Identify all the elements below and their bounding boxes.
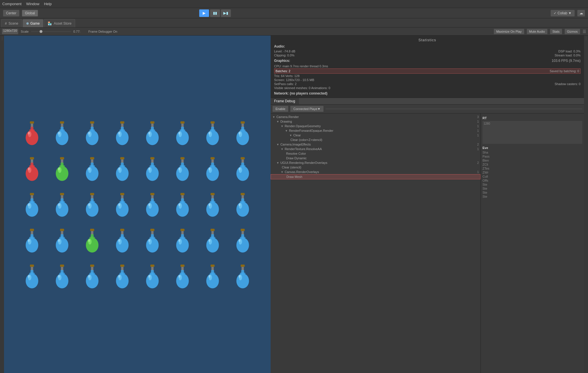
scale-thumb[interactable] xyxy=(40,30,42,33)
menu-component[interactable]: Component xyxy=(2,2,22,6)
prop-label-6: Cull xyxy=(482,175,488,178)
svg-rect-62 xyxy=(31,162,34,166)
prop-row-11: Ste xyxy=(482,195,582,198)
tree-item-4[interactable]: ▼Clear1 xyxy=(271,133,480,138)
svg-point-18 xyxy=(88,131,90,134)
svg-point-72 xyxy=(86,166,99,181)
bottle-4-3 xyxy=(109,260,136,292)
bottle-2-6 xyxy=(199,188,226,221)
step-button[interactable]: ▶▮ xyxy=(221,9,231,17)
global-button[interactable]: Global xyxy=(22,10,38,17)
svg-rect-78 xyxy=(121,159,124,163)
cpu-row: CPU: main 9.7ms render thread 0.3ms xyxy=(274,64,581,68)
svg-point-249 xyxy=(118,275,120,278)
stats-button[interactable]: Stats xyxy=(550,29,562,34)
tree-item-5[interactable]: Clear (color+Z+stencil) xyxy=(271,138,480,142)
cloud-button[interactable]: ☁ xyxy=(577,10,585,17)
svg-point-268 xyxy=(206,273,219,288)
tab-asset-store[interactable]: 🏪 Asset Store xyxy=(44,19,75,27)
bottle-3-1 xyxy=(48,224,76,257)
tab-game[interactable]: Game xyxy=(23,19,44,27)
svg-rect-147 xyxy=(181,193,185,195)
svg-point-79 xyxy=(116,166,129,181)
svg-rect-106 xyxy=(242,159,244,163)
svg-point-247 xyxy=(116,273,129,288)
graphics-row: Graphics: 103.6 FPS (9.7ms) xyxy=(274,59,581,64)
scale-track[interactable] xyxy=(31,31,71,32)
tree-item-9[interactable]: Draw Dynamic xyxy=(271,156,480,160)
frame-debug-tab[interactable]: Frame Debug xyxy=(271,98,299,104)
bottle-2-0 xyxy=(18,188,46,221)
tree-item-10[interactable]: ▼UGUI.Rendering.RenderOverlays2 xyxy=(271,160,480,165)
svg-rect-112 xyxy=(30,193,34,195)
bottle-0-7 xyxy=(229,116,256,149)
tab-scene[interactable]: # Scene xyxy=(1,19,22,27)
bottle-2-3 xyxy=(109,188,136,221)
left-edge-handle[interactable]: ··· xyxy=(0,36,4,42)
collab-button[interactable]: ✓ Collab ▼ xyxy=(550,10,575,17)
enable-button[interactable]: Enable xyxy=(272,106,288,112)
mute-audio-button[interactable]: Mute Audio xyxy=(527,29,548,34)
pause-button[interactable]: ▮▮ xyxy=(210,9,220,17)
tree-item-2[interactable]: ▼Render.OpaqueGeometry1 xyxy=(271,124,480,128)
svg-point-60 xyxy=(28,167,30,170)
svg-rect-104 xyxy=(211,162,214,166)
svg-point-186 xyxy=(88,239,90,242)
tree-item-8[interactable]: Resolve Color xyxy=(271,151,480,156)
svg-point-142 xyxy=(146,202,159,217)
visible-skinned-row: Visible skinned meshes: 0 Animations: 0 xyxy=(274,86,581,90)
gizmos-button[interactable]: Gizmos xyxy=(564,29,580,34)
tree-item-11[interactable]: Clear (stencil) xyxy=(271,165,480,170)
bottle-0-6 xyxy=(199,116,226,149)
screen-info: Screen: 1280x720 - 10.5 MB xyxy=(274,78,314,82)
bottle-3-3 xyxy=(109,224,136,257)
statistics-title: Statistics xyxy=(274,38,581,42)
connected-player-button[interactable]: Connected Playe▼ xyxy=(290,106,324,112)
svg-point-88 xyxy=(149,167,150,170)
menu-help[interactable]: Help xyxy=(44,2,52,6)
svg-rect-70 xyxy=(90,157,94,159)
bottle-4-4 xyxy=(139,260,166,292)
svg-rect-196 xyxy=(151,229,155,231)
svg-rect-174 xyxy=(31,234,34,237)
frame-slider[interactable] xyxy=(325,108,582,109)
bottle-0-5 xyxy=(169,116,196,149)
svg-point-102 xyxy=(209,167,210,170)
bottle-1-6 xyxy=(199,152,226,185)
svg-point-116 xyxy=(28,203,30,206)
svg-rect-20 xyxy=(91,127,94,130)
svg-rect-27 xyxy=(121,127,124,130)
svg-rect-8 xyxy=(61,123,63,127)
prop-row-8: Ste xyxy=(482,183,582,186)
scale-value: 0.77: xyxy=(73,30,80,33)
tree-item-12[interactable]: ▼Canvas.RenderOverlays1 xyxy=(271,170,480,174)
svg-rect-77 xyxy=(120,157,124,159)
svg-rect-28 xyxy=(151,121,155,123)
svg-rect-22 xyxy=(121,123,124,127)
tree-item-7[interactable]: ▼RenderTexture.ResolveAA1 xyxy=(271,147,480,151)
tree-label-5: Clear (color+Z+stencil) xyxy=(290,138,322,142)
game-icon xyxy=(26,22,29,25)
svg-rect-126 xyxy=(90,193,94,195)
scene-icon: # xyxy=(5,21,7,25)
tree-item-6[interactable]: ▼Camera.ImageEffects2 xyxy=(271,142,480,147)
play-button[interactable]: ▶ xyxy=(199,9,209,17)
svg-point-233 xyxy=(56,273,69,288)
right-strip-handle[interactable]: ··· xyxy=(584,36,588,42)
maximize-on-play-button[interactable]: Maximize On Play xyxy=(494,29,524,34)
tree-item-13[interactable]: Draw Mesh xyxy=(271,174,480,179)
svg-rect-253 xyxy=(151,267,154,270)
tree-arrow-7: ▼ xyxy=(281,148,284,151)
tree-item-0[interactable]: ▼Camera.Render3 xyxy=(271,115,480,119)
center-button[interactable]: Center xyxy=(3,10,19,17)
svg-rect-203 xyxy=(181,229,185,231)
menu-window[interactable]: Window xyxy=(26,2,39,6)
resolution-selector[interactable]: 1280x720 xyxy=(2,29,18,34)
svg-rect-244 xyxy=(91,270,94,273)
game-toolbar-menu-icon[interactable]: ☰ xyxy=(583,29,586,34)
tree-item-3[interactable]: ▼RenderForwardOpaque.Render1 xyxy=(271,128,480,133)
svg-rect-6 xyxy=(31,127,34,130)
audio-level: Level: -74.8 dB xyxy=(274,50,295,53)
svg-rect-41 xyxy=(181,127,184,130)
tree-item-1[interactable]: ▼Drawing1 xyxy=(271,119,480,124)
